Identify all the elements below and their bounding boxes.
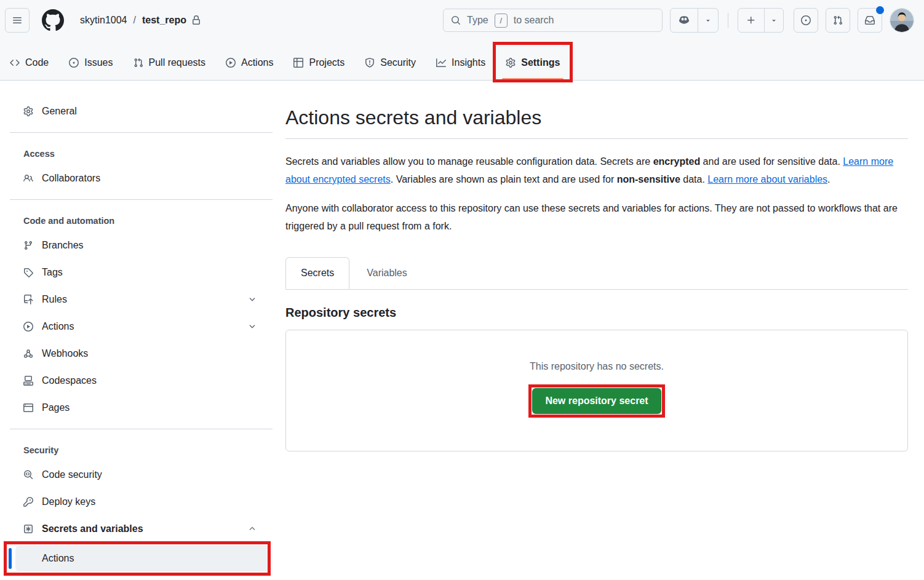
breadcrumb-repo-link[interactable]: test_repo [142,15,201,26]
new-repository-secret-button[interactable]: New repository secret [532,388,661,414]
sidebar-item-webhooks[interactable]: Webhooks [5,340,273,367]
create-new-split-button [738,8,784,33]
play-icon [226,58,236,68]
copilot-split-button [670,8,719,33]
tag-icon [23,268,33,277]
notification-dot [876,6,884,14]
table-icon [293,58,303,68]
empty-state-message: This repository has no secrets. [286,361,907,372]
tab-label: Insights [452,57,485,68]
create-new-button[interactable] [738,9,764,32]
sidebar-item-secrets-and-variables[interactable]: Secrets and variables [5,515,273,542]
sidebar-item-actions[interactable]: Actions [5,313,273,340]
tab-issues[interactable]: Issues [64,52,117,74]
plus-icon [746,15,756,25]
sidebar-item-codespaces[interactable]: Codespaces [5,367,273,394]
tab-actions[interactable]: Actions [221,52,278,74]
new-secret-button-wrapper: New repository secret [532,388,661,414]
copilot-dropdown-button[interactable] [698,9,718,32]
header-divider [728,13,728,28]
tab-secrets[interactable]: Secrets [285,257,349,289]
sidebar-item-label: General [42,106,77,117]
tab-insights[interactable]: Insights [431,52,490,74]
key-icon [23,497,33,507]
hamburger-icon [12,15,22,25]
search-placeholder-suffix: to search [514,15,554,26]
codescan-icon [23,470,33,480]
browser-icon [23,403,33,413]
tab-projects[interactable]: Projects [289,52,349,74]
hamburger-menu-button[interactable] [5,8,30,33]
avatar[interactable] [890,8,914,33]
intro-text: . Variables are shown as plain text and … [391,174,617,185]
gear-icon [23,106,33,116]
sidebar-item-tags[interactable]: Tags [5,259,273,286]
tab-label: Code [25,57,49,68]
tab-code[interactable]: Code [5,52,54,74]
sidebar-item-label: Code security [42,469,102,480]
git-branch-icon [23,240,33,250]
sidebar-item-label: Deploy keys [42,496,95,507]
github-logo[interactable] [42,9,64,31]
app-header: skytin1004 / test_repo Type / to search [0,0,924,81]
sidebar-item-code-security[interactable]: Code security [5,461,273,488]
intro-bold-encrypted: encrypted [653,156,700,167]
git-pull-request-icon [133,58,143,68]
selected-accent-bar [9,548,12,569]
tab-pull-requests[interactable]: Pull requests [129,52,211,74]
link-learn-variables[interactable]: Learn more about variables [707,174,827,185]
inbox-button[interactable] [858,8,882,33]
active-tab-underline [502,78,564,80]
sidebar-item-deploy-keys[interactable]: Deploy keys [5,488,273,515]
search-input[interactable]: Type / to search [443,9,663,32]
copilot-button[interactable] [671,9,698,32]
repo-name: test_repo [142,15,186,26]
sidebar-section-access: Access [5,140,273,165]
secrets-variables-tabnav: Secrets Variables [285,257,908,290]
pull-requests-dashboard-button[interactable] [826,8,850,33]
repository-secrets-heading: Repository secrets [285,306,908,320]
tab-variables[interactable]: Variables [349,257,424,289]
play-icon [23,322,33,332]
main-panel: Actions secrets and variables Secrets an… [273,81,924,580]
sidebar-item-rules[interactable]: Rules [5,286,273,313]
tab-label: Actions [241,57,273,68]
issue-opened-icon [69,58,79,68]
tab-label: Issues [84,57,113,68]
triangle-down-icon [770,17,778,24]
shield-icon [365,58,375,68]
create-new-dropdown-button[interactable] [764,9,783,32]
intro-text: Secrets and variables allow you to manag… [285,156,653,167]
intro-bold-non-sensitive: non-sensitive [617,174,680,185]
sidebar-section-code-and-automation: Code and automation [5,207,273,232]
sidebar-item-branches[interactable]: Branches [5,232,273,259]
sidebar-item-general[interactable]: General [5,98,273,125]
chevron-down-icon [248,295,257,304]
sidebar-item-label: Branches [42,240,84,251]
people-icon [23,173,33,183]
issue-opened-icon [801,15,811,25]
search-placeholder-prefix: Type [467,15,488,26]
intro-text: and are used for sensitive data. [700,156,843,167]
search-icon [451,15,461,25]
breadcrumb: skytin1004 / test_repo [80,15,201,26]
sidebar-item-collaborators[interactable]: Collaborators [5,165,273,192]
tab-security[interactable]: Security [360,52,421,74]
sidebar-item-label: Rules [42,294,67,305]
issues-dashboard-button[interactable] [794,8,818,33]
page-title: Actions secrets and variables [285,105,908,139]
lock-icon [191,15,201,25]
content-area: General Access Collaborators Code and au… [0,81,924,580]
sidebar-item-label: Tags [42,267,63,278]
settings-sidebar: General Access Collaborators Code and au… [0,81,273,580]
sidebar-divider [10,199,273,200]
sidebar-subitem-actions-selected[interactable]: Actions [5,544,269,573]
sidebar-item-label: Pages [42,402,70,413]
git-pull-request-icon [833,15,843,25]
inbox-icon [865,15,875,25]
repo-push-icon [23,295,33,304]
breadcrumb-owner-link[interactable]: skytin1004 [80,15,127,26]
triangle-down-icon [704,17,712,24]
tab-settings[interactable]: Settings [501,52,565,74]
sidebar-item-pages[interactable]: Pages [5,394,273,421]
